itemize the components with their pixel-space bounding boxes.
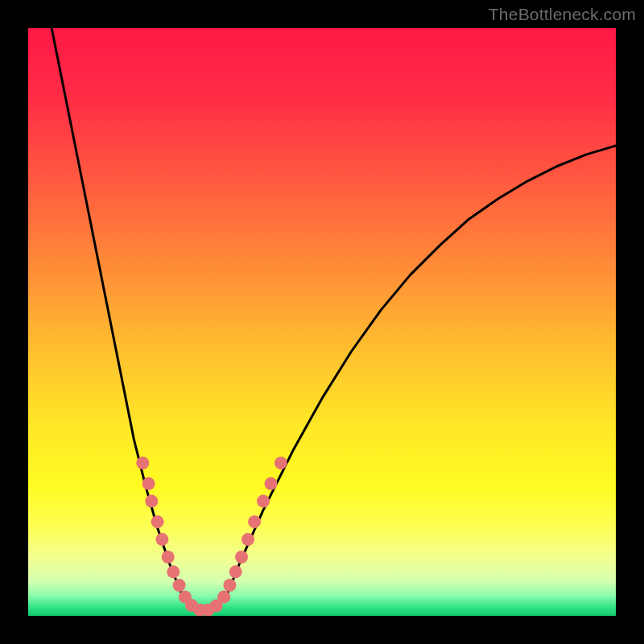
highlight-dot — [235, 551, 248, 564]
plot-area — [28, 28, 616, 616]
chart-frame: TheBottleneck.com — [0, 0, 644, 644]
highlight-dot — [248, 515, 261, 528]
highlight-dot — [155, 533, 168, 546]
highlight-dot — [136, 456, 149, 469]
highlight-dot — [242, 533, 254, 546]
highlight-dot — [167, 565, 180, 578]
highlight-dot — [265, 477, 278, 490]
watermark-text: TheBottleneck.com — [489, 5, 636, 24]
highlight-dot — [162, 551, 175, 564]
highlight-dot — [217, 591, 230, 604]
highlight-dot — [142, 477, 155, 490]
highlight-dot — [257, 495, 270, 508]
highlight-dot — [229, 565, 242, 578]
highlight-dot — [173, 579, 186, 592]
highlight-dot — [151, 515, 164, 528]
bottleneck-curve — [52, 28, 616, 613]
highlight-dot — [275, 456, 287, 469]
curve-layer — [28, 28, 616, 616]
highlight-dot — [145, 495, 158, 508]
highlight-dots — [136, 456, 287, 616]
highlight-dot — [223, 579, 236, 592]
